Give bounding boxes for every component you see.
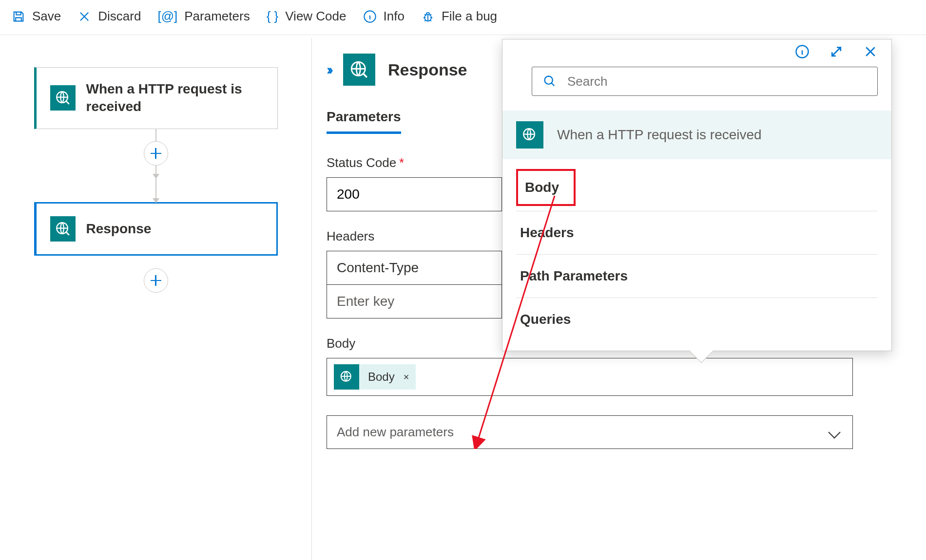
popup-item-queries[interactable]: Queries [516, 298, 878, 341]
popup-source-label: When a HTTP request is received [557, 127, 762, 143]
header-key-input-empty[interactable]: Enter key [327, 285, 502, 318]
popup-source-header: When a HTTP request is received [502, 111, 891, 159]
http-icon [334, 364, 359, 390]
svg-point-7 [545, 76, 553, 84]
add-parameters-label: Add new parameters [337, 425, 454, 440]
viewcode-label: View Code [285, 9, 346, 24]
toolbar: Save Discard [@] Parameters { } View Cod… [0, 0, 926, 35]
header-key-input[interactable]: Content-Type [327, 251, 502, 285]
save-button[interactable]: Save [12, 9, 61, 24]
collapse-button[interactable]: ›› [327, 61, 330, 78]
add-parameters-dropdown[interactable]: Add new parameters [327, 415, 853, 449]
braces-icon: { } [267, 9, 279, 24]
info-icon[interactable] [795, 44, 810, 59]
dynamic-content-popup: When a HTTP request is received Body Hea… [502, 39, 892, 351]
info-icon [363, 10, 377, 23]
bug-icon [421, 10, 435, 23]
tab-parameters[interactable]: Parameters [327, 109, 401, 134]
panel-title: Response [388, 60, 467, 79]
popup-item-body[interactable]: Body [516, 169, 576, 206]
info-button[interactable]: Info [363, 9, 405, 24]
expand-icon[interactable] [829, 44, 844, 59]
http-icon [343, 54, 375, 86]
chevron-down-icon [828, 426, 840, 438]
trigger-node[interactable]: When a HTTP request is received [34, 67, 278, 129]
parameters-icon: [@] [157, 9, 177, 24]
search-input[interactable] [566, 74, 867, 90]
http-icon [50, 216, 76, 242]
discard-label: Discard [98, 9, 141, 24]
workflow-canvas: When a HTTP request is received Response [0, 38, 312, 560]
close-icon [77, 10, 91, 23]
viewcode-button[interactable]: { } View Code [267, 9, 347, 24]
discard-button[interactable]: Discard [77, 9, 141, 24]
action-label: Response [86, 220, 152, 238]
parameters-label: Parameters [184, 9, 250, 24]
http-icon [50, 85, 76, 111]
connector [155, 178, 156, 202]
action-node-response[interactable]: Response [34, 202, 278, 256]
parameters-button[interactable]: [@] Parameters [157, 9, 250, 24]
trigger-label: When a HTTP request is received [86, 80, 264, 116]
http-icon [516, 121, 543, 149]
body-token[interactable]: Body × [334, 364, 416, 390]
token-remove-button[interactable]: × [404, 372, 416, 383]
popup-item-headers[interactable]: Headers [516, 211, 878, 255]
search-icon [543, 75, 557, 88]
info-label: Info [384, 9, 405, 24]
add-step-button[interactable] [144, 141, 168, 166]
save-label: Save [32, 9, 61, 24]
popup-item-path-parameters[interactable]: Path Parameters [516, 255, 878, 298]
body-input[interactable]: Body × [327, 358, 853, 396]
search-box[interactable] [532, 67, 878, 96]
bug-button[interactable]: File a bug [421, 9, 497, 24]
add-step-button[interactable] [144, 268, 168, 293]
save-icon [12, 10, 25, 23]
bug-label: File a bug [442, 9, 497, 24]
status-code-input[interactable] [327, 177, 502, 211]
close-icon[interactable] [863, 44, 878, 59]
token-label: Body [359, 370, 404, 384]
